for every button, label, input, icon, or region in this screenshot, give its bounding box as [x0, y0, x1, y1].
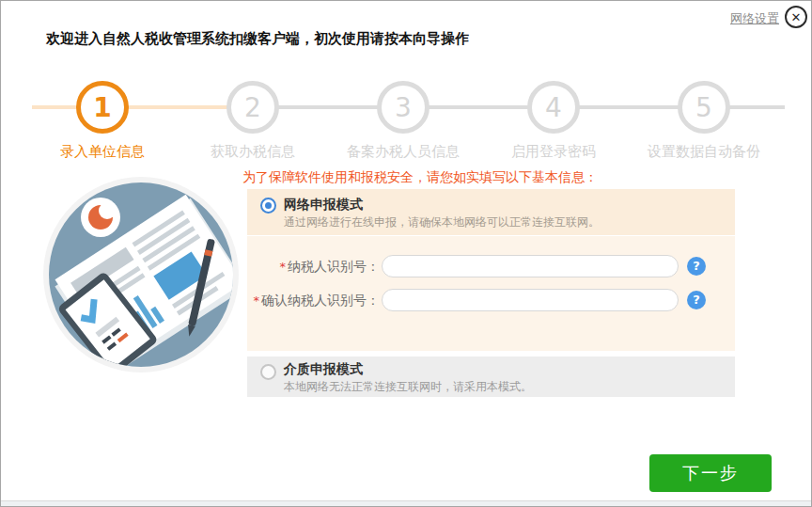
step-circle-2: 2 — [226, 81, 279, 134]
radio-dot — [265, 202, 272, 209]
page-title: 欢迎进入自然人税收管理系统扣缴客户端，初次使用请按本向导操作 — [46, 30, 469, 48]
taxpayer-id-input[interactable] — [382, 255, 679, 277]
media-mode-description: 本地网络无法正常连接互联网时，请采用本模式。 — [284, 379, 532, 395]
taxpayer-id-label: *纳税人识别号： — [247, 255, 380, 278]
step-circle-4: 4 — [527, 81, 580, 134]
taxpayer-id-confirm-label: *确认纳税人识别号： — [247, 289, 380, 312]
help-icon[interactable]: ? — [687, 291, 706, 309]
required-asterisk: * — [280, 260, 287, 274]
taxpayer-id-row: *纳税人识别号： ? — [247, 255, 735, 277]
step-label-2: 获取办税信息 — [168, 143, 337, 161]
window-footer-strip — [1, 500, 811, 506]
media-mode-label[interactable]: 介质申报模式 — [284, 361, 363, 378]
wizard-track-active — [32, 105, 255, 109]
step-label-5: 设置数据自动备份 — [619, 143, 789, 161]
required-asterisk: * — [254, 293, 260, 308]
network-settings-link[interactable]: 网络设置 — [730, 10, 779, 27]
step-label-3: 备案办税人员信息 — [319, 143, 488, 161]
taxpayer-id-confirm-row: *确认纳税人识别号： ? — [247, 289, 735, 311]
taxpayer-id-form-panel: *纳税人识别号： ? *确认纳税人识别号： ? — [247, 236, 735, 351]
step-label-1: 录入单位信息 — [18, 143, 187, 161]
step-circle-1: 1 — [76, 81, 129, 134]
step-circle-5: 5 — [678, 81, 730, 134]
documents-illustration — [42, 176, 240, 373]
close-icon[interactable]: ✕ — [785, 6, 807, 28]
next-step-button[interactable]: 下一步 — [649, 454, 772, 492]
network-mode-radio[interactable] — [260, 198, 276, 214]
wizard-window: 网络设置 ✕ 欢迎进入自然人税收管理系统扣缴客户端，初次使用请按本向导操作 1 … — [0, 0, 812, 507]
media-mode-radio[interactable] — [260, 364, 276, 380]
network-mode-description: 通过网络进行在线申报，请确保本地网络可以正常连接互联网。 — [284, 214, 600, 230]
step-circle-3: 3 — [377, 81, 429, 134]
help-icon[interactable]: ? — [687, 257, 706, 276]
taxpayer-id-confirm-input[interactable] — [382, 289, 679, 311]
network-mode-panel: 网络申报模式 通过网络进行在线申报，请确保本地网络可以正常连接互联网。 — [247, 189, 735, 235]
step-label-4: 启用登录密码 — [469, 143, 638, 161]
security-instruction-text: 为了保障软件使用和报税安全，请您如实填写以下基本信息： — [242, 169, 598, 186]
media-mode-panel: 介质申报模式 本地网络无法正常连接互联网时，请采用本模式。 — [247, 356, 735, 397]
network-mode-label[interactable]: 网络申报模式 — [284, 197, 363, 214]
